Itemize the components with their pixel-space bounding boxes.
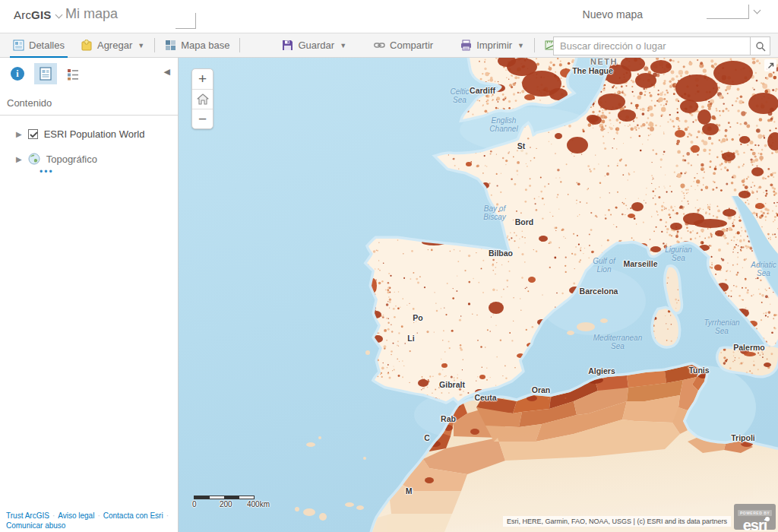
save-icon [282,40,293,51]
esri-globe-icon [765,517,770,521]
toolbar-separator [534,38,535,52]
basemap-button[interactable]: Mapa base [162,33,232,58]
home-button[interactable] [192,89,213,109]
print-button[interactable]: Imprimir▼ [457,33,527,58]
toolbar: Detalles Agregar▼ Mapa base Guardar▼ Com… [0,33,778,58]
search-button[interactable] [750,37,770,55]
arcgis-logo[interactable]: ArcGIS [14,8,62,21]
arrow-up-right-icon [767,62,775,70]
basemap-grid-icon [165,40,176,51]
check-icon [30,131,38,138]
footer-link[interactable]: Trust ArcGIS [6,511,49,520]
share-link-icon [374,40,385,51]
map-attribution: Esri, HERE, Garmin, FAO, NOAA, USGS | (c… [503,516,731,527]
footer-link[interactable]: Aviso legal [58,511,94,520]
chevron-down-icon[interactable] [754,7,761,14]
search-bar [553,36,770,55]
partial-button-outline [176,13,196,29]
home-icon [197,93,209,105]
layer-row-population[interactable]: ▶ ESRI Population World [0,128,178,140]
new-map-dropdown-outline[interactable] [707,5,749,19]
footer-link[interactable]: Contacta con Esri [103,511,163,520]
basemap-image [179,58,778,532]
expand-caret-icon[interactable]: ▶ [16,155,22,163]
layer-label[interactable]: Topográfico [46,154,97,165]
print-icon [460,40,472,51]
info-icon: i [16,68,18,80]
pane-heading: Contenido [0,90,178,115]
map-title: Mi mapa [65,6,118,22]
details-button[interactable]: Detalles [10,33,68,58]
toolbar-separator [239,38,240,52]
dropdown-arrow-icon: ▼ [138,42,144,49]
map-canvas[interactable]: NETHThe HagueCardiffCelticSeaEnglishChan… [179,58,778,532]
dropdown-arrow-icon: ▼ [517,42,524,49]
sidebar-footer-links: Trust ArcGIS·Aviso legal·Contacta con Es… [0,511,173,530]
content-icon [40,67,52,81]
details-icon [13,40,24,51]
dropdown-arrow-icon: ▼ [340,42,346,49]
add-layer-icon [81,40,93,51]
open-full-map-button[interactable] [764,59,776,71]
search-input[interactable] [554,40,750,52]
share-button[interactable]: Compartir [371,33,436,58]
zoom-in-button[interactable]: + [192,69,213,89]
about-tab[interactable]: i [11,67,24,81]
chevron-down-icon [55,11,62,19]
footer-link[interactable]: Comunicar abuso [6,521,65,530]
layer-row-basemap[interactable]: ▶ Topográfico [0,153,178,165]
legend-icon [67,68,80,81]
app-header: ArcGIS Mi mapa Nuevo mapa [0,0,778,33]
legend-tab[interactable] [67,68,80,81]
add-button[interactable]: Agregar▼ [78,33,147,58]
divider [0,115,178,116]
content-tab[interactable] [34,63,57,84]
toolbar-separator [154,38,155,52]
new-map-button[interactable]: Nuevo mapa [583,8,643,21]
collapse-pane-arrow[interactable]: ◀ [164,67,170,77]
zoom-control: + − [191,68,213,129]
layer-label[interactable]: ESRI Population World [44,128,145,140]
esri-logo: esri [734,518,776,532]
zoom-out-button[interactable]: − [192,109,213,128]
layer-overflow-menu[interactable]: ••• [40,166,178,177]
layer-checkbox[interactable] [28,129,38,139]
expand-caret-icon[interactable]: ▶ [16,130,22,138]
scalebar: 0 200 400km [194,496,285,508]
search-icon [755,41,766,52]
save-button[interactable]: Guardar▼ [279,33,349,58]
contents-pane: i ◀ Contenido ▶ ESRI Population World ▶ … [0,58,179,532]
powered-by-esri-badge: POWERED BY esri [734,504,776,530]
globe-icon [28,153,40,165]
